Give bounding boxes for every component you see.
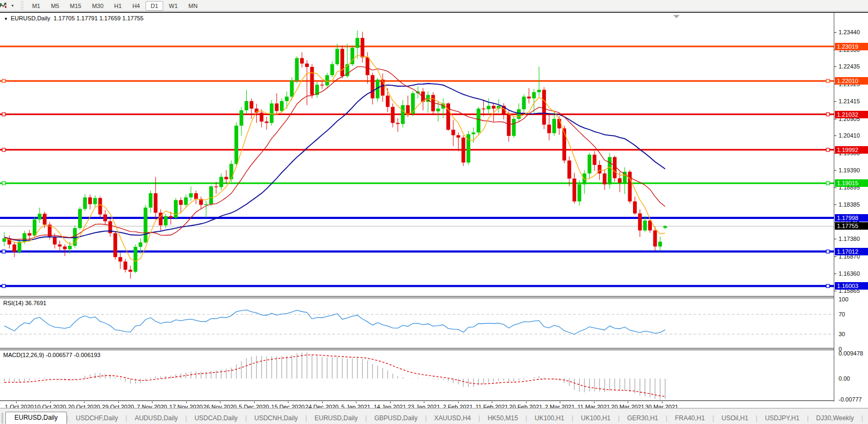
chart-window: ▼EURUSD,Daily 1.17705 1.17791 1.17659 1.… (0, 12, 868, 400)
current-price-tag: 1.17755 (835, 222, 868, 230)
date-tick-mark (458, 402, 459, 403)
ohlc-values: 1.17705 1.17791 1.17659 1.17755 (54, 15, 143, 21)
chart-title: ▼EURUSD,Daily 1.17705 1.17791 1.17659 1.… (4, 15, 143, 21)
price-tick-label: 1.16360 (839, 270, 860, 277)
price-tag-1.19015: 1.19015 (835, 179, 868, 187)
price-tick-mark (834, 256, 836, 257)
price-tick-label: 1.22435 (839, 63, 860, 70)
tab-eurusd-daily[interactable]: EURUSD,Daily (5, 412, 67, 424)
rsi-scale-30: 30 (839, 331, 845, 337)
date-tick-mark (390, 402, 391, 403)
price-tick-mark (834, 101, 836, 102)
date-tick-mark (50, 402, 51, 403)
date-tick-mark (662, 402, 663, 403)
price-tick-mark (834, 274, 836, 274)
chart-shift-marker-icon (673, 15, 680, 18)
tab-usdchf-daily[interactable]: USDCHF,Daily (68, 413, 126, 424)
price-tag-1.21032: 1.21032 (835, 111, 868, 118)
date-tick-mark (526, 402, 527, 403)
tab-dj30-weekly[interactable]: DJ30,Weekly (809, 413, 861, 424)
price-tick-label: 1.19390 (839, 167, 860, 173)
tab-uk100-h1[interactable]: UK100,H1 (573, 413, 618, 424)
timeframe-button-h4[interactable]: H4 (127, 1, 144, 11)
macd-signal-line (4, 355, 665, 397)
price-tick-mark (834, 291, 836, 291)
price-tick-mark (834, 187, 836, 188)
timeframe-button-w1[interactable]: W1 (164, 1, 183, 11)
chart-title-caret-icon[interactable]: ▼ (4, 17, 8, 21)
timeframe-button-d1[interactable]: D1 (146, 1, 163, 11)
date-tick-mark (356, 402, 356, 403)
date-tick-mark (16, 402, 17, 403)
date-tick-mark (594, 402, 595, 403)
macd-scale-0.009478: 0.009478 (839, 350, 863, 357)
date-tick-mark (84, 402, 85, 403)
date-tick-mark (288, 402, 288, 403)
timeframe-button-m1[interactable]: M1 (27, 1, 45, 11)
symbol-period-label: EURUSD,Daily (11, 15, 50, 21)
tab-fra40-h1[interactable]: FRA40,H1 (667, 413, 712, 424)
price-tick-label: 1.17380 (839, 236, 860, 242)
date-tick-mark (492, 402, 492, 403)
tab-gbpusd-daily[interactable]: GBPUSD,Daily (367, 413, 425, 424)
macd-scale-0.00: 0.00 (839, 375, 850, 382)
timeframe-button-h1[interactable]: H1 (109, 1, 126, 11)
rsi-scale-70: 70 (839, 311, 845, 317)
price-tag-1.22010: 1.22010 (835, 77, 868, 85)
rsi-pane[interactable]: RSI(14) 36.7691 (0, 298, 834, 348)
price-tick-mark (834, 170, 836, 171)
timeframe-button-mn[interactable]: MN (184, 1, 202, 11)
price-tick-mark (834, 239, 836, 239)
date-tick-mark (424, 402, 424, 403)
macd-histogram (4, 352, 665, 399)
candlesticks (3, 31, 667, 279)
tab-ger30-h1[interactable]: GER30,H1 (620, 413, 666, 424)
rsi-indicator-label: RSI(14) 36.7691 (3, 300, 47, 306)
tab-uk100-h1[interactable]: UK100,H1 (527, 413, 572, 424)
chart-tab-bar: EURUSD,Daily|USDCHF,Daily|AUDUSD,Daily|U… (0, 408, 868, 424)
price-tag-1.17012: 1.17012 (835, 248, 868, 255)
timeframe-toolbar: ▼ M1M5M15M30H1H4D1W1MN (0, 0, 868, 11)
price-tick-mark (834, 32, 836, 33)
rsi-scale-100: 100 (839, 296, 848, 302)
tab-audusd-daily[interactable]: AUDUSD,Daily (127, 413, 186, 424)
tab-hk50-m15[interactable]: HK50,M15 (480, 413, 526, 424)
timeframe-button-m5[interactable]: M5 (46, 1, 64, 11)
tab-usdcad-daily[interactable]: USDCAD,Daily (187, 413, 245, 424)
price-tick-label: 1.21415 (839, 98, 860, 104)
price-tick-label: 1.18385 (839, 201, 860, 208)
date-tick-mark (254, 402, 255, 403)
tab-xauusd-h4[interactable]: XAUUSD,H4 (427, 413, 478, 424)
price-tick-mark (834, 119, 836, 119)
macd-pane[interactable]: MACD(12,26,9) -0.006577 -0.006193 (0, 350, 834, 401)
date-tick-mark (118, 402, 119, 403)
macd-scale--0.00777: -0.00777 (839, 396, 862, 403)
indicator-tool-icon[interactable] (0, 1, 10, 10)
toolbar-drag-handle[interactable] (21, 1, 24, 10)
chevron-down-icon[interactable]: ▼ (11, 4, 14, 7)
timeframe-buttons: M1M5M15M30H1H4D1W1MN (27, 1, 203, 10)
date-tick-mark (186, 402, 187, 403)
tab-usdcnh-daily[interactable]: USDCNH,Daily (247, 413, 305, 424)
price-tag-1.17998: 1.17998 (835, 214, 868, 222)
price-tick-label: 1.20410 (839, 132, 860, 139)
timeframe-button-m30[interactable]: M30 (87, 1, 108, 11)
rsi-line (4, 310, 665, 335)
tab-usoil-h1[interactable]: USOil,H1 (714, 413, 756, 424)
timeframe-button-m15[interactable]: M15 (65, 1, 86, 11)
main-price-pane[interactable]: ▼EURUSD,Daily 1.17705 1.17791 1.17659 1.… (0, 13, 834, 296)
tab-china300-h1[interactable]: CHINA300,H1 (863, 413, 868, 424)
date-tick-mark (220, 402, 220, 403)
tabbar-drag-handle[interactable] (1, 413, 3, 423)
price-tag-1.16003: 1.16003 (835, 282, 868, 290)
price-tick-mark (834, 135, 836, 136)
price-axis[interactable]: 1.234401.229301.224351.219251.214151.209… (834, 13, 868, 402)
date-tick-mark (560, 402, 560, 403)
date-tick-mark (322, 402, 323, 403)
price-tag-1.23019: 1.23019 (835, 43, 868, 50)
tab-eurusd-daily[interactable]: EURUSD,Daily (307, 413, 366, 424)
price-tick-mark (834, 205, 836, 205)
macd-indicator-label: MACD(12,26,9) -0.006577 -0.006193 (3, 352, 101, 358)
date-tick-mark (628, 402, 628, 403)
tab-usdjpy-h1[interactable]: USDJPY,H1 (757, 413, 806, 424)
